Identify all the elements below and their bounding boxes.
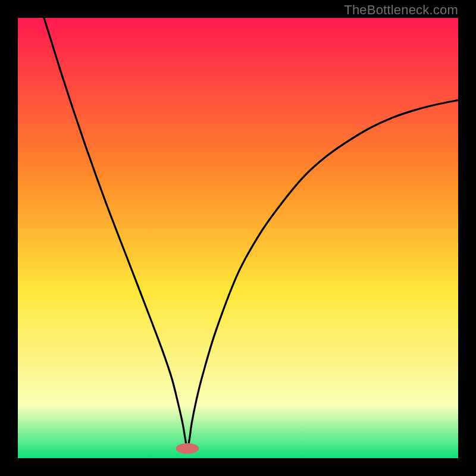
plot-area: [18, 18, 458, 458]
chart-frame: TheBottleneck.com: [0, 0, 476, 476]
bottleneck-chart: [18, 18, 458, 458]
gradient-background: [18, 18, 458, 458]
attribution-label: TheBottleneck.com: [344, 2, 458, 18]
minimum-marker: [176, 443, 199, 454]
